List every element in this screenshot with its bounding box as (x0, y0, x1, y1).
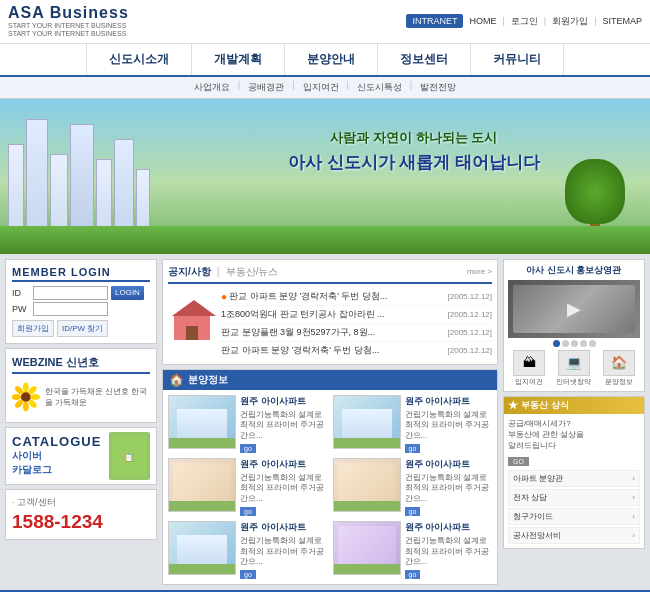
prop-name-6: 원주 아이사파트 (405, 521, 493, 534)
sub-nav-sep2: | (292, 80, 294, 95)
nav-register[interactable]: 회원가입 (552, 15, 588, 28)
main-nav: 신도시소개 개발계획 분양안내 정보센터 커뮤니티 (0, 44, 650, 77)
notice-content: ● 판교 아파트 분양 '경락저축' 두번 당첨... [2005.12.12]… (168, 288, 492, 359)
prop-details-4: 원주 아이사파트 건립기능특화의 설계로 최적의 프라이버 주거공간으... g… (405, 458, 493, 516)
hero-grass (0, 226, 650, 254)
nav-item-2[interactable]: 개발계획 (192, 44, 285, 75)
notice-tabs: 공지/사항 | 부동산/뉴스 (168, 265, 278, 279)
nav-sitemap[interactable]: SITEMAP (602, 16, 642, 26)
logo-area: ASA Business START YOUR INTERNET BUSINES… (8, 4, 129, 39)
video-title: 아사 신도시 홍보상영관 (508, 264, 640, 277)
sub-nav-5[interactable]: 발전전망 (414, 80, 462, 95)
id-label: ID (12, 288, 30, 298)
sub-nav-sep1: | (238, 80, 240, 95)
video-icon-1[interactable]: 🏔 입지여건 (508, 350, 551, 387)
property-info-panel: 🏠 분양정보 원주 아이사파트 건립기능특화의 설계로 최적의 프라이버 주거공… (162, 369, 498, 586)
video-dot-1[interactable] (553, 340, 560, 347)
re-item-1[interactable]: 아파트 분양관 › (508, 470, 640, 487)
left-column: MEMBER LOGIN ID LOGIN PW 회원가입 ID/PW 찾기 W… (5, 259, 157, 586)
notice-tab-2[interactable]: 부동산/뉴스 (226, 265, 279, 279)
main-content: MEMBER LOGIN ID LOGIN PW 회원가입 ID/PW 찾기 W… (0, 254, 650, 591)
re-item-4[interactable]: 공사전망서비 › (508, 527, 640, 544)
prop-desc-1: 건립기능특화의 설계로 최적의 프라이버 주거공간으... (240, 410, 328, 441)
nav-sep1: | (502, 16, 504, 26)
prop-image-6 (333, 521, 401, 575)
prop-more-3[interactable]: go (240, 507, 256, 516)
nav-item-3[interactable]: 분양안내 (285, 44, 378, 75)
video-dot-5[interactable] (589, 340, 596, 347)
register-link[interactable]: 회원가입 (12, 320, 54, 337)
nav-home[interactable]: HOME (469, 16, 496, 26)
prop-item-5: 원주 아이사파트 건립기능특화의 설계로 최적의 프라이버 주거공간으... g… (168, 521, 328, 579)
notice-item-3: 판교 분양플랜 3월 9천5297가구, 8원... [2005.12.12] (221, 324, 492, 342)
notice-list: ● 판교 아파트 분양 '경락저축' 두번 당첨... [2005.12.12]… (221, 288, 492, 359)
prop-more-5[interactable]: go (240, 570, 256, 579)
nav-login[interactable]: 로그인 (511, 15, 538, 28)
re-arrow-1: › (632, 474, 635, 483)
sub-nav-sep3: | (347, 80, 349, 95)
notice-text-2[interactable]: 1조800억원대 판교 턴키공사 잡아라린 ... (221, 308, 445, 321)
sub-nav-2[interactable]: 공배경관 (242, 80, 290, 95)
re-arrow-3: › (632, 512, 635, 521)
video-dot-4[interactable] (580, 340, 587, 347)
prop-item-2: 원주 아이사파트 건립기능특화의 설계로 최적의 프라이버 주거공간으... g… (333, 395, 493, 453)
svg-point-7 (12, 394, 21, 400)
notice-date-3: [2005.12.12] (448, 328, 492, 337)
nav-item-5[interactable]: 커뮤니티 (471, 44, 564, 75)
video-dot-2[interactable] (562, 340, 569, 347)
notice-text-3[interactable]: 판교 분양플랜 3월 9천5297가구, 8원... (221, 326, 445, 339)
nav-sep2: | (544, 16, 546, 26)
prop-image-4 (333, 458, 401, 512)
sub-nav-4[interactable]: 신도시특성 (351, 80, 408, 95)
catalogue-panel[interactable]: CATALOGUE 사이버 카달로그 📋 (5, 427, 157, 485)
prop-image-5 (168, 521, 236, 575)
header: ASA Business START YOUR INTERNET BUSINES… (0, 0, 650, 44)
prop-item-3: 원주 아이사파트 건립기능특화의 설계로 최적의 프라이버 주거공간으... g… (168, 458, 328, 516)
re-text-3: 청구가이드 (513, 511, 553, 522)
location-icon: 🏔 (513, 350, 545, 376)
prop-details-2: 원주 아이사파트 건립기능특화의 설계로 최적의 프라이버 주거공간으... g… (405, 395, 493, 453)
video-placeholder[interactable]: ▶ (508, 280, 640, 338)
prop-desc-2: 건립기능특화의 설계로 최적의 프라이버 주거공간으... (405, 410, 493, 441)
notice-text-4[interactable]: 판교 아파트 분양 '경락저축' 두번 당첨... (221, 344, 445, 357)
star-icon: ★ (508, 399, 518, 412)
video-dot-3[interactable] (571, 340, 578, 347)
video-icon-3[interactable]: 🏠 분양정보 (597, 350, 640, 387)
notice-header: 공지/사항 | 부동산/뉴스 more > (168, 265, 492, 284)
re-item-3[interactable]: 청구가이드 › (508, 508, 640, 525)
prop-more-4[interactable]: go (405, 507, 421, 516)
login-button[interactable]: LOGIN (111, 286, 144, 300)
notice-more[interactable]: more > (467, 267, 492, 276)
prop-more-2[interactable]: go (405, 444, 421, 453)
notice-item-2: 1조800억원대 판교 턴키공사 잡아라린 ... [2005.12.12] (221, 306, 492, 324)
notice-house-icon (168, 288, 216, 340)
sub-nav-1[interactable]: 사업개요 (188, 80, 236, 95)
id-row: ID LOGIN (12, 286, 150, 300)
findid-link[interactable]: ID/PW 찾기 (57, 320, 108, 337)
prop-desc-6: 건립기능특화의 설계로 최적의 프라이버 주거공간으... (405, 536, 493, 567)
property-title: 분양정보 (188, 373, 228, 387)
id-input[interactable] (33, 286, 108, 300)
notice-tab-1[interactable]: 공지/사항 (168, 265, 211, 279)
sub-nav-sep4: | (410, 80, 412, 95)
prop-name-5: 원주 아이사파트 (240, 521, 328, 534)
pw-input[interactable] (33, 302, 108, 316)
sub-nav: 사업개요 | 공배경관 | 입지여건 | 신도시특성 | 발전전망 (0, 77, 650, 99)
intranet-button[interactable]: INTRANET (406, 14, 463, 28)
prop-more-6[interactable]: go (405, 570, 421, 579)
prop-desc-3: 건립기능특화의 설계로 최적의 프라이버 주거공간으... (240, 473, 328, 504)
notice-text-1[interactable]: 판교 아파트 분양 '경락저축' 두번 당첨... (229, 290, 444, 303)
video-icon-2[interactable]: 💻 인터넷창약 (553, 350, 596, 387)
notice-sep: | (217, 265, 220, 279)
nav-item-1[interactable]: 신도시소개 (86, 44, 192, 75)
re-item-2[interactable]: 전자 상담 › (508, 489, 640, 506)
sunflower-icon (12, 378, 40, 416)
sub-nav-3[interactable]: 입지여건 (297, 80, 345, 95)
nav-item-4[interactable]: 정보센터 (378, 44, 471, 75)
webzine-content: 한국을 가득채운 신년호 한국을 가득채운 (12, 378, 150, 416)
property-header: 🏠 분양정보 (163, 370, 497, 390)
webzine-text: 한국을 가득채운 신년호 한국을 가득채운 (45, 386, 150, 408)
realestate-more[interactable]: GO (508, 457, 529, 466)
prop-more-1[interactable]: go (240, 444, 256, 453)
icon-label-2: 인터넷창약 (556, 377, 591, 387)
